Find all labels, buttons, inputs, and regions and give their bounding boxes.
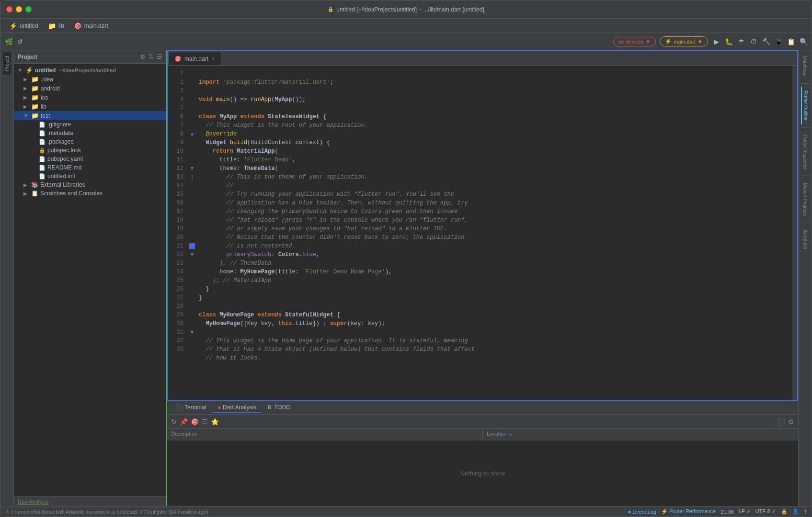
tree-android-label: android (41, 85, 60, 92)
statusbar-right: ● Event Log ⚡ Flutter Performance 21:36 … (628, 508, 807, 515)
tree-packages-file[interactable]: ▶ 📄 .packages (14, 137, 166, 146)
sort-icon[interactable]: ⇅ (149, 53, 154, 60)
tree-pubspec-lock-file[interactable]: ▶ 🔒 pubspec.lock (14, 146, 166, 155)
status-help[interactable]: ? (804, 509, 807, 515)
tree-scratches-consoles[interactable]: ▶ 📋 Scratches and Consoles (14, 189, 166, 198)
bt-refresh-icon[interactable]: ↻ (171, 418, 177, 426)
expand-arrow: ▶ (23, 77, 29, 82)
status-time: 21:36 (721, 509, 734, 515)
tree-root-untitled[interactable]: ▼ ⚡ untitled ~/IdeaProjects/untitled (14, 66, 166, 75)
close-tab-icon[interactable]: ✕ (211, 56, 215, 61)
search-everywhere-icon[interactable]: 🔍 (799, 37, 808, 46)
status-git: 👤 (792, 508, 799, 515)
device-selector-button[interactable]: no devices ▼ (613, 37, 656, 46)
tree-lib-folder[interactable]: ▶ 📁 lib (14, 102, 166, 111)
minimize-button[interactable] (16, 6, 22, 12)
titlebar-center: 🔒 untitled [~/IdeaProjects/untitled] – .… (328, 6, 484, 13)
bt-settings-icon[interactable]: ⚙ (788, 418, 794, 426)
editor-tabs: 🎯 main.dart ✕ (168, 51, 797, 66)
expand-arrow: ▶ (23, 191, 29, 196)
status-lock: 🔒 (781, 508, 788, 515)
dart-file-icon: 🎯 (74, 22, 82, 30)
tree-iml-file[interactable]: ▶ 📄 untitled.iml (14, 172, 166, 180)
profile-button[interactable]: ⏱ (749, 37, 758, 46)
tab-terminal[interactable]: ⬛ Terminal (171, 403, 211, 413)
tree-test-label: test (41, 112, 50, 119)
run-dropdown-arrow: ▼ (698, 39, 703, 45)
col-description-label: Description (171, 431, 197, 437)
tree-metadata-file[interactable]: ▶ 📄 .metadata (14, 129, 166, 137)
bt-filter-icon[interactable]: ☰ (202, 418, 208, 426)
status-event-log[interactable]: ● Event Log (628, 509, 656, 515)
dart-analysis-icon: ● (217, 404, 221, 411)
avd-manager-icon[interactable]: 📋 (787, 37, 795, 46)
status-encoding: UTF-8 ✓ (755, 508, 776, 515)
expand-arrow: ▶ (23, 95, 29, 100)
run-button[interactable]: ▶ (712, 37, 721, 46)
tree-android-folder[interactable]: ▶ 📁 android (14, 84, 166, 93)
gear-icon[interactable]: ⚙ (140, 53, 146, 60)
coverage-button[interactable]: ☂ (737, 37, 745, 46)
maximize-button[interactable] (25, 6, 32, 12)
sidebar-item-flutter-inspector[interactable]: Flutter Inspector (801, 131, 809, 173)
file-icon: 📄 (39, 139, 46, 145)
status-flutter-perf[interactable]: ⚡ Flutter Performance (661, 508, 716, 515)
fold-13: | (187, 173, 197, 181)
dart-analysis-link[interactable]: Dart Analysis (18, 499, 48, 505)
status-warning-text: Frameworks Detected: Android framework i… (11, 509, 208, 515)
bt-dart-icon[interactable]: 🎯 (191, 418, 199, 426)
debug-button[interactable]: 🐛 (724, 37, 733, 46)
sidebar-divider-1 (2, 76, 12, 76)
tree-lib-label: lib (41, 103, 46, 110)
project-footer: Dart Analysis (14, 496, 166, 506)
tree-test-folder[interactable]: ▼ 📁 test (14, 111, 166, 120)
tree-pubspec-yaml-file[interactable]: ▶ 📄 pubspec.yaml (14, 155, 166, 163)
tree-pubspec-yaml-label: pubspec.yaml (47, 156, 83, 162)
tree-idea-folder[interactable]: ▶ 📁 .idea (14, 75, 166, 84)
sidebar-item-flutter-outline[interactable]: Flutter Outline (801, 87, 809, 124)
statusbar: ⚠ Frameworks Detected: Android framework… (0, 506, 812, 517)
terminal-icon: ⬛ (176, 404, 183, 411)
editor-tab-main-dart[interactable]: 🎯 main.dart ✕ (168, 52, 221, 65)
fold-31: ▼ (187, 328, 197, 337)
sidebar-item-project[interactable]: Project (3, 52, 11, 75)
expand-arrow: ▶ (23, 182, 29, 188)
build-button[interactable]: 🔨 (762, 37, 770, 46)
bt-star-icon[interactable]: ⭐ (211, 418, 219, 426)
git-icon[interactable]: 🌿 (4, 37, 13, 46)
col-description: Description (167, 429, 483, 440)
far-left-sidebar: Project (0, 50, 14, 506)
code-content[interactable]: import 'package:flutter/material.dart'; … (197, 66, 792, 400)
tree-readme-file[interactable]: ▶ 📄 README.md (14, 163, 166, 172)
bt-expand-icon[interactable]: ⬛ (777, 418, 785, 426)
statusbar-left: ⚠ Frameworks Detected: Android framework… (5, 509, 208, 515)
line-gutter: ● ▼ | ▼ (187, 66, 197, 400)
tree-external-libraries[interactable]: ▶ 📚 External Libraries (14, 180, 166, 189)
col-sort-icon: ▲ (508, 432, 513, 437)
sdk-manager-icon[interactable]: 📱 (774, 37, 783, 46)
settings-icon[interactable]: ☰ (157, 53, 162, 60)
tab-dart-analysis[interactable]: ● Dart Analysis (213, 403, 261, 413)
sidebar-item-database[interactable]: Database (801, 52, 809, 80)
tab-todo[interactable]: 6: TODO (263, 403, 296, 413)
close-button[interactable] (6, 6, 12, 12)
test-folder-icon: 📁 (31, 112, 39, 119)
tab-lib[interactable]: 📁 lib (43, 20, 69, 32)
lock-file-icon: 🔒 (39, 147, 46, 154)
tree-scratches-label: Scratches and Consoles (40, 190, 103, 197)
bt-pin-icon[interactable]: 📌 (180, 418, 188, 426)
tab-main-dart[interactable]: 🎯 main.dart (69, 20, 113, 32)
sidebar-item-ant-build[interactable]: Ant Build (801, 226, 809, 253)
tree-gitignore-file[interactable]: ▶ 📄 .gitignore (14, 120, 166, 129)
editor-scrollbar[interactable] (792, 66, 797, 400)
tab-untitled[interactable]: ⚡ untitled (4, 20, 43, 32)
refresh-icon[interactable]: ↺ (16, 37, 24, 46)
iml-file-icon: 📄 (39, 173, 46, 180)
project-panel-header: Project ⚙ ⇅ ☰ (14, 50, 166, 64)
run-config-button[interactable]: ⚡ main.dart ▼ (660, 36, 708, 46)
sidebar-item-maven[interactable]: Maven Projects (801, 179, 809, 220)
tab-terminal-label: Terminal (184, 404, 206, 411)
tree-ios-label: ios (41, 94, 48, 101)
code-editor[interactable]: 12345 678910 1112131415 1617181920 21222… (168, 66, 797, 400)
tree-ios-folder[interactable]: ▶ 📁 ios (14, 93, 166, 102)
